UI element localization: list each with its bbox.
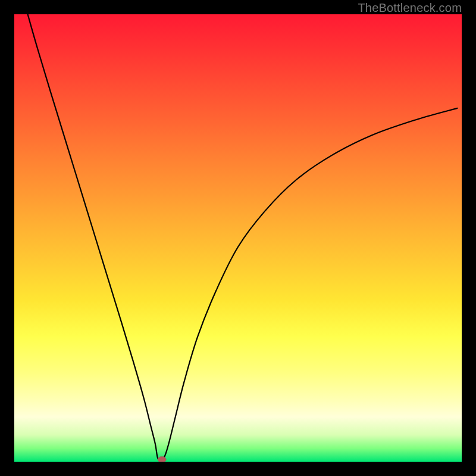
chart-svg [14,14,462,462]
marker-dot [158,456,166,462]
watermark-text: TheBottleneck.com [358,1,462,15]
bottleneck-curve [28,14,458,459]
